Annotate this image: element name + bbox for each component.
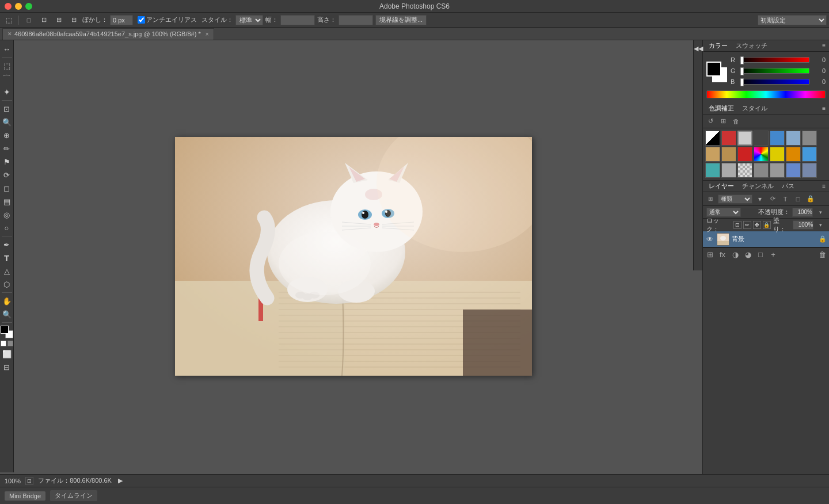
zoom-icon[interactable]: ⊡ [25, 477, 33, 485]
red-thumb[interactable] [740, 56, 744, 64]
zoom-tool[interactable]: 🔍 [1, 308, 13, 320]
channels-tab[interactable]: チャンネル [740, 181, 776, 192]
blur-tool[interactable]: ◎ [1, 208, 13, 221]
reset-adj-btn[interactable]: ↺ [705, 116, 716, 127]
antialias-checkbox[interactable] [138, 16, 145, 24]
tab-close-btn[interactable]: × [206, 31, 209, 37]
fill-menu-btn[interactable]: ▾ [816, 220, 826, 230]
swatch-3[interactable] [754, 131, 769, 146]
layer-fx-btn[interactable]: T [780, 194, 790, 204]
swatch-15[interactable] [721, 163, 736, 178]
tool-btn-3[interactable]: ⊡ [37, 14, 50, 26]
opacity-menu-btn[interactable]: ▾ [815, 207, 826, 217]
swatch-20[interactable] [802, 163, 817, 178]
layer-visibility-eye[interactable]: 👁 [705, 235, 714, 244]
layer-delete-action[interactable]: 🗑 [817, 250, 827, 259]
document-canvas[interactable] [175, 137, 532, 376]
layer-link-action[interactable]: ⊞ [705, 250, 714, 259]
zoom-mode[interactable]: ⊟ [1, 361, 13, 373]
quick-mask-mode[interactable] [7, 341, 13, 346]
clone-stamp[interactable]: ⚑ [1, 155, 13, 168]
lock-transparent-btn[interactable]: ⊞ [705, 194, 716, 204]
brush-tool[interactable]: ✏ [1, 142, 13, 155]
close-button[interactable] [5, 3, 12, 10]
swatch-2[interactable] [737, 131, 752, 146]
swatch-0[interactable] [705, 131, 720, 146]
crop-tool[interactable]: ⊡ [1, 102, 13, 115]
swatch-8[interactable] [721, 147, 736, 162]
frame-mode[interactable]: ⬜ [1, 348, 13, 360]
paths-tab[interactable]: パス [779, 181, 797, 192]
minimize-button[interactable] [15, 3, 22, 10]
blend-mode-select[interactable]: 通常 [706, 208, 741, 217]
mini-bridge-tab[interactable]: Mini Bridge [5, 491, 45, 501]
color-tab[interactable]: カラー [706, 40, 730, 51]
swatch-14[interactable] [705, 163, 720, 178]
lock-position[interactable]: ✤ [753, 221, 761, 229]
swatch-16[interactable] [737, 163, 752, 178]
foreground-color-swatch[interactable] [706, 62, 721, 77]
history-brush[interactable]: ⟳ [1, 169, 13, 181]
dodge-tool[interactable]: ○ [1, 222, 13, 234]
pen-tool[interactable]: ✒ [1, 238, 13, 251]
height-input[interactable] [339, 15, 373, 25]
background-layer-row[interactable]: 👁 背景 🔒 [703, 231, 829, 247]
opacity-input[interactable] [792, 208, 813, 217]
layer-panel-menu[interactable]: ≡ [822, 183, 826, 189]
path-tool[interactable]: △ [1, 265, 13, 277]
shape-tool[interactable]: ⬡ [1, 278, 13, 291]
type-tool[interactable]: T [1, 251, 13, 264]
styles-tab[interactable]: スタイル [740, 103, 770, 114]
tool-btn-2[interactable]: □ [22, 14, 35, 26]
standard-mode[interactable] [1, 341, 6, 346]
lock-all[interactable]: 🔒 [763, 221, 771, 229]
swatch-9[interactable] [737, 147, 752, 162]
foreground-color[interactable] [1, 326, 9, 334]
swatch-7[interactable] [705, 147, 720, 162]
style-select[interactable]: 標準 [235, 15, 263, 25]
lock-image[interactable]: ✏ [743, 221, 751, 229]
lock-transparent[interactable]: ⊡ [733, 221, 741, 229]
fill-input[interactable] [793, 220, 813, 230]
move-tool[interactable]: ↔ [1, 43, 13, 55]
layer-mask-action[interactable]: ◑ [731, 250, 740, 259]
layer-new-action[interactable]: + [769, 250, 778, 259]
antialias-checkbox-container[interactable]: アンチエイリアス [135, 15, 199, 25]
gradient-tool[interactable]: ▤ [1, 195, 13, 208]
collapse-btn[interactable]: ◀◀ [693, 43, 704, 54]
adjustments-tab[interactable]: 色調補正 [706, 103, 736, 114]
layers-tab[interactable]: レイヤー [706, 181, 736, 192]
swatch-12[interactable] [786, 147, 801, 162]
red-slider[interactable] [740, 57, 809, 63]
swatch-5[interactable] [786, 131, 801, 146]
eyedropper-tool[interactable]: 🔍 [1, 116, 13, 128]
magic-wand-tool[interactable]: ✦ [1, 86, 13, 98]
green-slider[interactable] [740, 68, 809, 74]
status-arrow[interactable]: ▶ [116, 477, 124, 485]
tool-btn-5[interactable]: ⊟ [67, 14, 80, 26]
swatch-4[interactable] [770, 131, 785, 146]
swatch-17[interactable] [754, 163, 769, 178]
marquee-tool[interactable]: ⬚ [1, 59, 13, 72]
layer-adj-btn[interactable]: 🔒 [805, 194, 816, 204]
color-spectrum[interactable] [706, 90, 826, 98]
swatch-18[interactable] [770, 163, 785, 178]
swatch-1[interactable] [721, 131, 736, 146]
lasso-tool[interactable]: ⌒ [1, 72, 13, 85]
swatch-11[interactable] [770, 147, 785, 162]
hand-tool[interactable]: ✋ [1, 295, 13, 307]
layer-style-action[interactable]: fx [718, 250, 727, 259]
delete-adj-btn[interactable]: 🗑 [731, 116, 741, 127]
foreground-background-color[interactable] [1, 326, 13, 338]
adjust-border-button[interactable]: 境界線を調整... [375, 15, 427, 25]
quick-mask-toggle[interactable] [1, 341, 13, 346]
blue-thumb[interactable] [740, 78, 744, 86]
blur-input[interactable] [110, 15, 133, 25]
layer-kind-select[interactable]: 種類 [718, 194, 752, 204]
healing-brush[interactable]: ⊕ [1, 129, 13, 142]
grid-adj-btn[interactable]: ⊞ [718, 116, 728, 127]
timeline-tab[interactable]: タイムライン [50, 490, 97, 501]
maximize-button[interactable] [25, 3, 32, 10]
document-tab[interactable]: ✕ 460986a8e08b0afcaa59a74b149215e7_s.jpg… [2, 28, 214, 40]
filter-btn[interactable]: ▾ [755, 194, 765, 204]
